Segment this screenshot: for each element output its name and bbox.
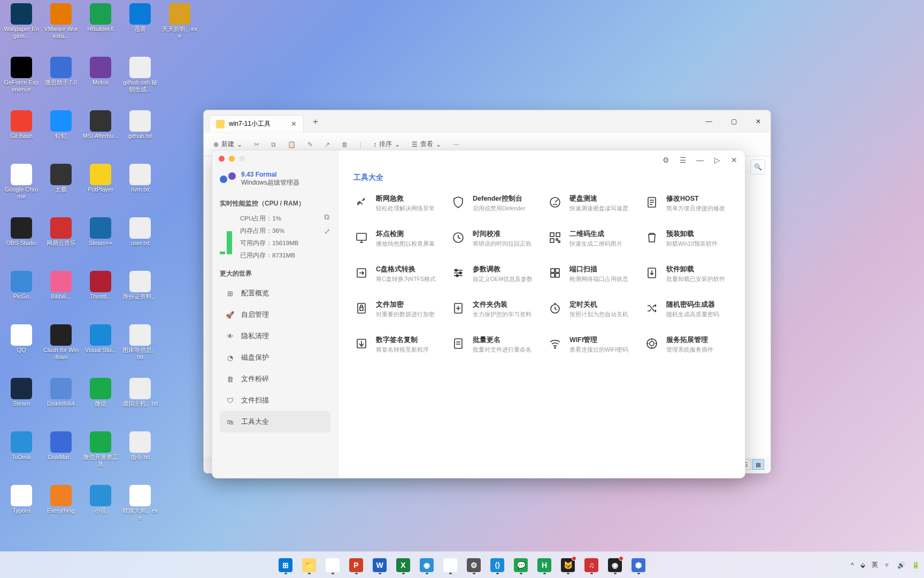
desktop-icon[interactable]: user.txt [122,217,158,247]
explorer-close-button[interactable]: ✕ [746,110,771,133]
tray-icon[interactable]: 🔋 [912,561,920,569]
desktop-icon[interactable]: Steam++ [82,217,119,247]
tool-item[interactable]: WIFI管理查看连接过的WIFI密码 [547,336,633,354]
tool-item[interactable]: 数字签名复制将签名转移至新程序 [353,336,440,354]
chart-icon[interactable]: ⧉ [324,212,330,222]
desktop-icon[interactable]: 迅雷 [122,3,158,33]
explorer-search-icon[interactable]: 🔍 [750,159,765,174]
view-grid-icon[interactable]: ▦ [752,459,764,470]
desktop-icon[interactable]: Typora [3,485,40,514]
desktop-icon[interactable]: Motrix [82,57,119,86]
tool-item[interactable]: 坏点检测播放纯色图以检查屏幕 [353,230,440,248]
taskbar-clash-icon[interactable]: 🐱 [558,555,578,575]
tool-item[interactable]: 定时关机按照计划为您自动关机 [547,300,633,318]
tool-item[interactable]: 修改HOST简单方便且便捷的修改 [644,194,730,212]
sidebar-item[interactable]: 👁隐私清理 [220,325,330,347]
taskbar-hbuilder-icon[interactable]: H [534,555,555,575]
explorer-maximize-button[interactable]: ▢ [721,110,746,133]
desktop-icon[interactable]: MSI Afterbu... [82,110,119,140]
desktop-icon[interactable]: github.txt [122,110,158,140]
desktop-icon[interactable]: Bilibili... [43,271,79,300]
desktop-icon[interactable]: DiskInfo64 [43,378,79,407]
desktop-icon[interactable]: QQ [3,324,40,354]
sidebar-item[interactable]: ◔磁盘保护 [220,347,330,368]
desktop-icon[interactable]: 软媒大师。exe [122,485,158,521]
desktop-icon[interactable]: Visual Stu... [82,324,119,354]
app-close-button[interactable]: ✕ [729,156,740,164]
taskbar-powerpoint-icon[interactable]: P [346,555,366,575]
desktop-icon[interactable]: 太极 [43,164,79,193]
taskbar-store-icon[interactable]: 🛍 [322,555,343,575]
desktop-icon[interactable]: nvm.txt [122,164,158,193]
explorer-tab[interactable]: win7-11小工具 ✕ [209,115,304,132]
tool-item[interactable]: C盘格式转换将C盘转换为NTFS格式 [353,265,440,283]
explorer-minimize-button[interactable]: — [697,110,721,133]
taskbar-wechat-icon[interactable]: 💬 [511,555,531,575]
explorer-titlebar[interactable]: win7-11小工具 ✕ ＋ — ▢ ✕ [204,110,771,133]
close-light-icon[interactable] [219,156,225,162]
desktop-icon[interactable]: PotPlayer [82,164,119,193]
settings-icon[interactable]: ⚙ [660,156,671,164]
tray-icon[interactable]: 🔊 [897,561,905,569]
desktop-icon[interactable]: Steam [3,378,40,407]
taskbar-app-icon[interactable]: ⬢ [628,555,649,575]
tab-close-icon[interactable]: ✕ [291,120,297,128]
copy-icon[interactable]: ⧉ [271,141,276,148]
tool-item[interactable]: 端口扫描检测网络端口占用状态 [547,265,633,283]
taskbar-chrome-icon[interactable]: ◎ [440,555,460,575]
tool-item[interactable]: 硬盘测速快速测速硬盘读写速度 [547,194,633,212]
desktop-icon[interactable]: 微信开发者工具 [82,431,119,468]
desktop-icon[interactable]: Wallpaper Engine... [3,3,40,40]
app-minimize-button[interactable]: — [695,156,705,164]
tool-item[interactable]: 服务拓展管理管理系统服务插件 [644,336,730,354]
desktop-icon[interactable]: ToDesk [3,431,40,461]
sidebar-item[interactable]: 🛍工具大全 [220,411,330,432]
taskbar-settings-icon[interactable]: ⚙ [464,555,484,575]
desktop-icon[interactable]: 小说 [82,485,119,514]
desktop-icon[interactable]: 钉钉 [43,110,79,140]
tool-item[interactable]: 文件加密对重要的数据进行加密 [353,300,440,318]
desktop-icon[interactable]: 网易云音乐 [43,217,79,247]
desktop-icon[interactable]: Everything [43,485,79,514]
desktop-icon[interactable]: PicGo [3,271,40,300]
desktop-icon[interactable]: VMware Worksta... [43,3,79,40]
view-button[interactable]: ☰ 查看 ⌄ [412,140,441,149]
desktop-icon[interactable]: 身份证资料。 [122,271,158,300]
cut-icon[interactable]: ✂ [254,141,259,148]
desktop-icon[interactable]: 图床等信息。txt [122,324,158,361]
tool-item[interactable]: 断网急救轻松处理解决网络异常 [353,194,440,212]
tool-item[interactable]: 随机密码生成器随机生成高质量密码 [644,300,730,318]
tray-icon[interactable]: ᯤ [884,561,891,569]
desktop-icon[interactable]: Throttl... [82,271,119,300]
more-icon[interactable]: ⋯ [453,141,459,148]
expand-icon[interactable]: ⤢ [324,227,330,235]
sidebar-item[interactable]: 🗑文件粉碎 [220,368,330,390]
tray-icon[interactable]: ⬙ [860,561,865,569]
menu-icon[interactable]: ☰ [677,156,688,164]
tray-icon[interactable]: ^ [851,561,854,569]
new-button[interactable]: ⊕ 新建 ⌄ [213,140,242,149]
play-icon[interactable]: ▷ [712,156,722,164]
desktop-icon[interactable]: 微思助手7.0 [43,57,79,86]
desktop-icon[interactable]: HBuilderX [82,3,119,33]
taskbar-obs-icon[interactable]: ◉ [605,555,625,575]
tool-item[interactable]: 二维码生成快速生成二维码图片 [547,230,633,248]
tool-item[interactable]: 文件夹伪装全力保护您的学习资料 [450,300,536,318]
desktop-icon[interactable]: 虚拟主机。txt [122,378,158,407]
sidebar-item[interactable]: 🛡文件扫描 [220,390,330,411]
minimize-light-icon[interactable] [229,156,235,162]
tool-item[interactable]: 参数调教自定义OEM信息及参数 [450,265,536,283]
sidebar-item[interactable]: ⊞配置概览 [220,283,330,304]
maximize-light-icon[interactable] [239,156,245,162]
tool-item[interactable]: 预装卸载卸载Win10预装软件 [644,230,730,248]
desktop-icon[interactable]: GeForce Experience [3,57,40,93]
tool-item[interactable]: 批量更名批量对文件进行重命名 [450,336,536,354]
tray-icon[interactable]: 英 [872,560,878,569]
desktop-icon[interactable]: 微信 [82,378,119,407]
taskbar-start-icon[interactable]: ⊞ [275,555,296,575]
desktop-icon[interactable]: 天天折听。exe [161,3,198,40]
desktop-icon[interactable]: github ssh 秘钥生成... [122,57,158,93]
tool-item[interactable]: 时间校准将错误的时间拉回正轨 [450,230,536,248]
desktop-icon[interactable]: Clash for Windows [43,324,79,361]
taskbar-netease-icon[interactable]: ♫ [581,555,602,575]
